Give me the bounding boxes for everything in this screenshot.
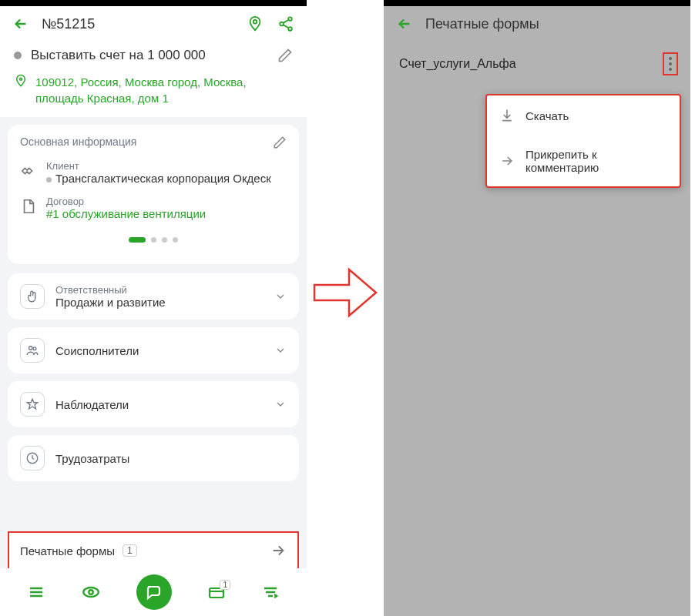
svg-point-2 xyxy=(280,22,284,26)
share-icon[interactable] xyxy=(277,15,294,32)
observers-row[interactable]: Наблюдатели xyxy=(8,381,299,427)
content-area: Основная информация Клиент Трансгалактич… xyxy=(0,117,307,594)
task-title: Выставить счет на 1 000 000 xyxy=(31,48,268,63)
document-icon xyxy=(20,198,37,215)
card-icon[interactable]: 1 xyxy=(207,583,226,601)
status-dot-icon xyxy=(14,52,22,59)
contract-item[interactable]: Договор #1 обслуживание вентиляции xyxy=(20,196,287,220)
download-label: Скачать xyxy=(525,109,569,122)
client-value: Трансгалактическая корпорация Окдеск xyxy=(55,172,271,185)
svg-point-3 xyxy=(288,27,292,31)
edit-pencil-icon[interactable] xyxy=(277,48,293,63)
main-info-label: Основная информация xyxy=(20,136,136,149)
arrow-right-icon xyxy=(499,153,515,169)
main-info-card: Основная информация Клиент Трансгалактич… xyxy=(8,125,299,264)
nav-badge: 1 xyxy=(220,580,230,590)
chevron-down-icon xyxy=(274,290,287,303)
status-dot-icon xyxy=(46,177,52,182)
arrow-right-icon xyxy=(270,542,287,559)
pager-dot[interactable] xyxy=(162,237,167,243)
bottom-nav: 1 xyxy=(0,568,307,616)
task-row: Выставить счет на 1 000 000 xyxy=(0,42,307,69)
chat-fab[interactable] xyxy=(136,574,172,610)
svg-point-6 xyxy=(33,347,36,350)
form-name: Счет_услуги_Альфа xyxy=(399,57,663,71)
attach-label: Прикрепить к комментарию xyxy=(525,148,667,174)
hand-icon xyxy=(20,284,45,309)
left-screen: №51215 Выставить счет на 1 000 000 10901… xyxy=(0,0,307,616)
page-title: Печатные формы xyxy=(425,16,678,32)
svg-point-0 xyxy=(253,20,257,24)
header: №51215 xyxy=(0,6,307,42)
responsible-row[interactable]: Ответственный Продажи и развитие xyxy=(8,273,299,320)
effort-row[interactable]: Трудозатраты xyxy=(8,435,299,481)
pager-dots[interactable] xyxy=(20,231,287,253)
print-forms-label: Печатные формы xyxy=(20,544,115,557)
chevron-down-icon xyxy=(274,398,287,410)
responsible-label: Ответственный xyxy=(55,284,264,296)
more-menu-icon[interactable] xyxy=(663,52,678,75)
pager-dot[interactable] xyxy=(173,237,178,243)
download-item[interactable]: Скачать xyxy=(487,95,680,136)
svg-point-5 xyxy=(29,346,33,350)
observers-label: Наблюдатели xyxy=(55,398,264,411)
effort-label: Трудозатраты xyxy=(55,452,287,465)
page-title: №51215 xyxy=(42,16,234,32)
attach-item[interactable]: Прикрепить к комментарию xyxy=(487,136,680,186)
svg-point-9 xyxy=(89,590,92,594)
print-forms-count-badge: 1 xyxy=(123,544,137,557)
contract-value: #1 обслуживание вентиляции xyxy=(46,207,206,220)
chevron-down-icon xyxy=(274,344,287,357)
download-icon xyxy=(499,108,515,123)
edit-pencil-icon[interactable] xyxy=(273,136,287,149)
status-bar xyxy=(384,0,690,6)
client-item[interactable]: Клиент Трансгалактическая корпорация Окд… xyxy=(20,160,287,185)
eye-icon[interactable] xyxy=(81,582,101,602)
users-icon xyxy=(20,338,45,363)
header: Печатные формы xyxy=(384,6,690,42)
handshake-icon xyxy=(20,162,37,179)
pager-dot-active[interactable] xyxy=(129,237,146,243)
star-icon xyxy=(20,392,45,417)
back-arrow-icon[interactable] xyxy=(12,15,29,32)
address-row[interactable]: 109012, Россия, Москва город, Москва, пл… xyxy=(0,69,307,117)
location-pin-icon[interactable] xyxy=(247,15,264,32)
right-screen: Печатные формы Счет_услуги_Альфа Скачать… xyxy=(384,0,690,616)
client-label: Клиент xyxy=(46,160,271,172)
address-text: 109012, Россия, Москва город, Москва, пл… xyxy=(35,74,293,106)
menu-icon[interactable] xyxy=(27,583,45,601)
svg-point-8 xyxy=(83,588,99,597)
form-row[interactable]: Счет_услуги_Альфа xyxy=(384,42,690,86)
back-arrow-icon[interactable] xyxy=(396,15,413,32)
location-pin-icon xyxy=(14,74,28,88)
status-bar xyxy=(0,0,307,6)
coexecutors-label: Соисполнители xyxy=(55,344,264,357)
svg-point-4 xyxy=(20,78,22,80)
pager-dot[interactable] xyxy=(151,237,156,243)
clock-icon xyxy=(20,446,45,470)
print-forms-row[interactable]: Печатные формы 1 xyxy=(8,531,299,570)
filter-icon[interactable] xyxy=(261,583,280,601)
context-menu: Скачать Прикрепить к комментарию xyxy=(485,94,681,188)
responsible-value: Продажи и развитие xyxy=(55,296,264,309)
contract-label: Договор xyxy=(46,196,206,207)
coexecutors-row[interactable]: Соисполнители xyxy=(8,327,299,373)
svg-point-1 xyxy=(288,17,292,21)
transition-arrow xyxy=(307,0,384,323)
